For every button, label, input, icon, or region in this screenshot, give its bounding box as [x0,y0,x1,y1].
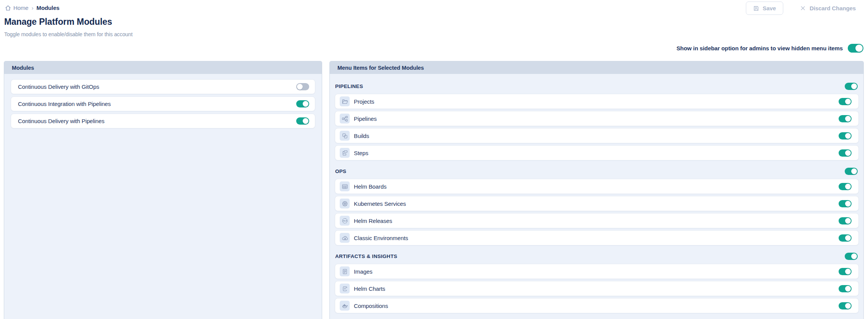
toggle-knob [845,303,851,309]
menu-item-toggle[interactable] [839,302,852,309]
breadcrumb-home-label[interactable]: Home [13,5,29,11]
toggle-knob [851,168,857,174]
toggle-knob [297,84,303,90]
menu-item-row: Helm Boards [335,179,859,194]
menu-item-label: Kubernetes Services [354,200,839,207]
toggle-knob [845,116,851,122]
modules-list: Continuous Delivery with GitOps Continuo… [4,74,322,136]
toggle-knob [845,218,851,224]
menu-section-toggle[interactable] [845,168,858,175]
menu-item-label: Helm Charts [354,285,839,292]
menu-section-toggle[interactable] [845,83,858,90]
module-label: Continuous Integration with Pipelines [18,101,111,107]
page-subtitle: Toggle modules to enable/disable them fo… [4,31,132,37]
close-icon [800,5,806,11]
menu-item-toggle[interactable] [839,132,852,139]
module-label: Continuous Delivery with GitOps [18,83,99,90]
menu-item-toggle[interactable] [839,200,852,207]
menu-item-row: Pipelines [335,111,859,126]
menu-section-label: PIPELINES [335,83,363,89]
menu-item-row: Images [335,264,859,279]
menu-item-label: Builds [354,133,839,139]
menu-item-label: Compositions [354,303,839,309]
menu-items-panel-header: Menu Items for Selected Modules [330,61,863,74]
toggle-knob [303,118,308,124]
admin-visibility-row: Show in sidebar option for admins to vie… [676,44,863,53]
builds-blocks-icon [340,131,350,141]
menu-item-label: Images [354,268,839,275]
module-row: Continuous Integration with Pipelines [11,96,315,111]
module-label: Continuous Delivery with Pipelines [18,118,105,124]
menu-item-toggle[interactable] [839,115,852,122]
module-toggle[interactable] [296,100,309,107]
menu-section-label: ARTIFACTS & INSIGHTS [335,253,397,259]
menu-item-row: Kubernetes Services [335,196,859,211]
folder-open-icon [340,96,350,106]
menu-item-toggle[interactable] [839,268,852,275]
admin-visibility-label: Show in sidebar option for admins to vie… [676,45,843,51]
breadcrumb: Home › Modules [5,5,60,11]
discard-changes-label: Discard Changes [810,5,856,11]
menu-item-row: Projects [335,94,859,109]
toggle-knob [845,133,851,139]
scroll-icon [340,284,350,293]
menu-item-toggle[interactable] [839,217,852,224]
menu-items-panel: Menu Items for Selected Modules PIPELINE… [329,61,864,319]
save-button[interactable]: Save [746,2,783,15]
discard-changes-button[interactable]: Discard Changes [800,5,856,11]
toggle-knob [845,269,851,274]
menu-section-toggle[interactable] [845,253,858,260]
modules-panel: Modules Continuous Delivery with GitOps … [4,61,322,319]
menu-item-label: Classic Environments [354,235,839,241]
toggle-knob [845,286,851,292]
menu-item-row: HELM Helm Releases [335,213,859,228]
admin-visibility-toggle[interactable] [848,44,863,53]
menu-section-header: ARTIFACTS & INSIGHTS [334,248,859,264]
svg-text:HELM: HELM [342,220,347,222]
breadcrumb-current: Modules [37,5,60,11]
pipeline-graph-icon [340,114,350,123]
menu-item-label: Steps [354,150,839,156]
menu-item-toggle[interactable] [839,234,852,242]
toggle-knob [855,45,863,52]
menu-sections: PIPELINES Projects Pipelines Builds Step… [330,74,863,319]
toggle-knob [303,101,308,107]
docker-whale-icon [340,301,350,311]
breadcrumb-home-link[interactable]: Home [5,5,29,11]
cloud-sync-icon [340,233,350,243]
toggle-knob [851,83,857,89]
table-grid-icon [340,181,350,191]
menu-item-toggle[interactable] [839,285,852,292]
menu-item-label: Projects [354,98,839,105]
module-row: Continuous Delivery with Pipelines [11,114,315,128]
menu-section-header: OPS [334,164,859,179]
document-list-icon [340,266,350,276]
menu-item-label: Helm Releases [354,218,839,224]
menu-section-label: OPS [335,168,346,174]
menu-item-label: Pipelines [354,115,839,122]
menu-item-row: Steps [335,145,859,160]
menu-item-row: Builds [335,128,859,143]
menu-item-row: Compositions [335,298,859,313]
steps-list-icon [340,148,350,158]
page-title: Manage Platform Modules [4,17,112,27]
toggle-knob [845,235,851,241]
kubernetes-wheel-icon [340,199,350,208]
menu-item-toggle[interactable] [839,98,852,105]
module-toggle[interactable] [296,83,309,90]
save-button-label: Save [763,5,776,11]
module-toggle[interactable] [296,117,309,125]
modules-panel-header: Modules [4,61,322,74]
toggle-knob [845,201,851,207]
menu-item-toggle[interactable] [839,149,852,157]
menu-item-toggle[interactable] [839,183,852,190]
toggle-knob [851,253,857,259]
menu-item-row: Helm Charts [335,281,859,296]
menu-section-header: PIPELINES [334,79,859,94]
toggle-knob [845,184,851,189]
save-icon [753,5,759,11]
home-icon [5,5,11,11]
menu-item-row: Classic Environments [335,230,859,245]
breadcrumb-separator: › [32,5,34,11]
helm-icon: HELM [340,216,350,226]
